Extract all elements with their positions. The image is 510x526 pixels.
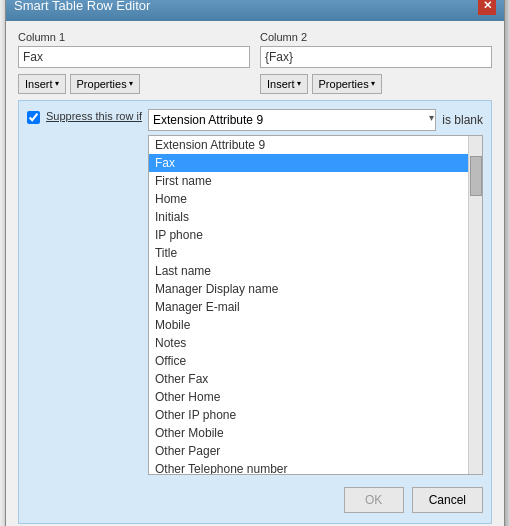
list-item[interactable]: Other Home bbox=[149, 388, 468, 406]
col1-properties-button[interactable]: Properties ▾ bbox=[70, 74, 140, 94]
ok-button[interactable]: OK bbox=[344, 487, 404, 513]
col1-insert-button[interactable]: Insert ▾ bbox=[18, 74, 66, 94]
dialog-body: Column 1 Column 2 Insert ▾ Properties ▾ bbox=[6, 21, 504, 527]
column1-section: Column 1 bbox=[18, 31, 250, 68]
dialog-title: Smart Table Row Editor bbox=[14, 0, 150, 13]
scrollbar-track[interactable] bbox=[468, 136, 482, 474]
column2-section: Column 2 bbox=[260, 31, 492, 68]
list-item[interactable]: Initials bbox=[149, 208, 468, 226]
list-item[interactable]: Home bbox=[149, 190, 468, 208]
col1-properties-chevron-icon: ▾ bbox=[129, 79, 133, 88]
col2-properties-button[interactable]: Properties ▾ bbox=[312, 74, 382, 94]
cancel-button[interactable]: Cancel bbox=[412, 487, 483, 513]
list-item[interactable]: Other Telephone number bbox=[149, 460, 468, 474]
list-item[interactable]: Other Pager bbox=[149, 442, 468, 460]
suppress-label: Suppress this row if bbox=[46, 109, 142, 124]
column2-label: Column 2 bbox=[260, 31, 492, 43]
list-item[interactable]: Other IP phone bbox=[149, 406, 468, 424]
close-button[interactable]: ✕ bbox=[478, 0, 496, 15]
listbox-wrapper: Extension Attribute 9FaxFirst nameHomeIn… bbox=[148, 135, 483, 475]
col2-insert-chevron-icon: ▾ bbox=[297, 79, 301, 88]
list-item[interactable]: Other Mobile bbox=[149, 424, 468, 442]
options-listbox[interactable]: Extension Attribute 9FaxFirst nameHomeIn… bbox=[149, 136, 468, 474]
suppress-dropdown[interactable]: Extension Attribute 9FaxFirst nameHomeIn… bbox=[148, 109, 436, 131]
is-blank-label: is blank bbox=[442, 113, 483, 127]
buttons-row: OK Cancel bbox=[148, 479, 483, 515]
col2-properties-chevron-icon: ▾ bbox=[371, 79, 375, 88]
suppress-dropdown-container: Extension Attribute 9FaxFirst nameHomeIn… bbox=[148, 109, 436, 131]
col1-tools: Insert ▾ Properties ▾ bbox=[18, 74, 250, 94]
smart-table-row-editor-dialog: Smart Table Row Editor ✕ Column 1 Column… bbox=[5, 0, 505, 526]
columns-row: Column 1 Column 2 bbox=[18, 31, 492, 68]
col2-tools: Insert ▾ Properties ▾ bbox=[260, 74, 492, 94]
scrollbar-thumb[interactable] bbox=[470, 156, 482, 196]
suppress-section: Suppress this row if Extension Attribute… bbox=[18, 100, 492, 524]
list-item[interactable]: IP phone bbox=[149, 226, 468, 244]
title-bar: Smart Table Row Editor ✕ bbox=[6, 0, 504, 21]
list-item[interactable]: First name bbox=[149, 172, 468, 190]
column1-input[interactable] bbox=[18, 46, 250, 68]
list-item[interactable]: Manager E-mail bbox=[149, 298, 468, 316]
suppress-checkbox[interactable] bbox=[27, 111, 40, 124]
col1-insert-chevron-icon: ▾ bbox=[55, 79, 59, 88]
list-item[interactable]: Title bbox=[149, 244, 468, 262]
list-item[interactable]: Notes bbox=[149, 334, 468, 352]
list-item[interactable]: Last name bbox=[149, 262, 468, 280]
list-item[interactable]: Other Fax bbox=[149, 370, 468, 388]
list-item[interactable]: Mobile bbox=[149, 316, 468, 334]
suppress-controls: Extension Attribute 9FaxFirst nameHomeIn… bbox=[148, 109, 483, 515]
suppress-top: Extension Attribute 9FaxFirst nameHomeIn… bbox=[148, 109, 483, 131]
list-item[interactable]: Manager Display name bbox=[149, 280, 468, 298]
list-item[interactable]: Extension Attribute 9 bbox=[149, 136, 468, 154]
insert-props-row: Insert ▾ Properties ▾ Insert ▾ Propertie… bbox=[18, 74, 492, 94]
column2-input[interactable] bbox=[260, 46, 492, 68]
column1-label: Column 1 bbox=[18, 31, 250, 43]
col2-insert-button[interactable]: Insert ▾ bbox=[260, 74, 308, 94]
list-item[interactable]: Office bbox=[149, 352, 468, 370]
list-item[interactable]: Fax bbox=[149, 154, 468, 172]
